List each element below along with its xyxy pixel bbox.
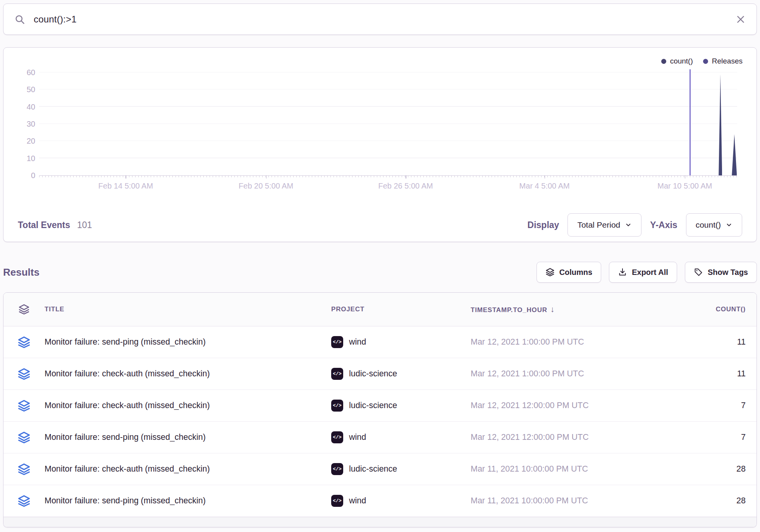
stack-icon[interactable] [17,463,31,476]
stack-icon[interactable] [17,399,31,412]
project-badge-icon: </> [331,495,343,507]
event-timestamp[interactable]: Mar 12, 2021 12:00:00 PM UTC [471,401,660,410]
table-footer [3,517,757,527]
search-bar[interactable]: count():>1 [3,3,757,35]
gridline [39,124,737,124]
event-count: 28 [660,496,757,506]
chart-y-axis: 0 10 20 30 40 50 60 [3,72,35,175]
y-tick-label: 60 [27,68,35,77]
project-name[interactable]: ludic-science [349,401,397,410]
x-tick [545,175,545,178]
event-title[interactable]: Monitor failure: check-auth (missed_chec… [45,464,331,474]
release-marker-line[interactable] [690,69,691,175]
project-badge-icon: </> [331,463,343,475]
total-events-value: 101 [77,220,92,230]
releases-series-dot-icon [703,59,708,64]
search-icon [14,14,25,25]
column-header-title[interactable]: TITLE [45,305,331,313]
show-tags-button-label: Show Tags [708,268,748,277]
table-header-row: TITLE PROJECT TIMESTAMP.TO_HOUR↓ COUNT() [3,293,757,326]
table-row[interactable]: Monitor failure: check-auth (missed_chec… [3,358,757,390]
event-count: 11 [660,369,757,379]
export-all-button[interactable]: Export All [609,262,677,283]
y-tick-label: 30 [27,120,35,129]
chart-plot-area[interactable]: Feb 14 5:00 AM Feb 20 5:00 AM Feb 26 5:0… [39,72,737,175]
x-tick-label: Mar 4 5:00 AM [519,182,570,190]
results-header: Results Columns Export All Show Tags [3,260,757,284]
count-series-dot-icon [661,59,666,64]
sort-desc-icon: ↓ [550,305,555,314]
x-tick [406,175,406,178]
legend-item-releases[interactable]: Releases [703,57,743,65]
legend-item-count[interactable]: count() [661,57,693,65]
project-name[interactable]: wind [349,337,366,347]
event-title[interactable]: Monitor failure: check-auth (missed_chec… [45,369,331,379]
project-badge-icon: </> [331,431,343,443]
clear-search-button[interactable] [736,14,746,24]
x-tick [685,175,686,178]
x-tick [126,175,126,178]
layers-icon [18,304,30,315]
yaxis-dropdown[interactable]: count() [686,213,742,237]
column-header-count[interactable]: COUNT() [660,305,757,313]
event-timestamp[interactable]: Mar 11, 2021 10:00:00 PM UTC [471,496,660,506]
legend-label: count() [670,57,693,65]
gridline [39,141,737,141]
search-input[interactable]: count():>1 [34,14,736,25]
display-dropdown-value: Total Period [577,220,620,230]
x-tick-label: Feb 14 5:00 AM [98,182,153,190]
gridline [39,72,737,73]
x-tick-label: Feb 26 5:00 AM [378,182,433,190]
table-row[interactable]: Monitor failure: send-ping (missed_check… [3,485,757,517]
columns-button[interactable]: Columns [536,262,602,283]
stack-icon[interactable] [17,494,31,508]
layers-icon [545,268,555,277]
event-timestamp[interactable]: Mar 12, 2021 1:00:00 PM UTC [471,369,660,379]
total-events-label: Total Events [18,220,70,230]
event-title[interactable]: Monitor failure: check-auth (missed_chec… [45,401,331,410]
event-timestamp[interactable]: Mar 11, 2021 10:00:00 PM UTC [471,464,660,474]
chevron-down-icon [625,221,632,228]
chart-legend: count() Releases [661,57,743,65]
table-row[interactable]: Monitor failure: check-auth (missed_chec… [3,390,757,422]
events-chart-panel: count() Releases 0 10 20 30 40 50 60 Feb… [3,47,757,242]
project-name[interactable]: ludic-science [349,464,397,474]
project-badge-icon: </> [331,368,343,380]
table-row[interactable]: Monitor failure: send-ping (missed_check… [3,422,757,453]
columns-button-label: Columns [559,268,593,277]
column-header-project[interactable]: PROJECT [331,305,471,313]
column-header-timestamp[interactable]: TIMESTAMP.TO_HOUR↓ [471,305,660,314]
stack-icon[interactable] [17,431,31,444]
x-tick-label: Mar 10 5:00 AM [657,182,712,190]
project-name[interactable]: ludic-science [349,369,397,379]
chevron-down-icon [726,221,732,228]
event-timestamp[interactable]: Mar 12, 2021 12:00:00 PM UTC [471,432,660,442]
event-count: 7 [660,401,757,410]
yaxis-dropdown-value: count() [696,220,721,230]
table-row[interactable]: Monitor failure: check-auth (missed_chec… [3,453,757,485]
event-title[interactable]: Monitor failure: send-ping (missed_check… [45,496,331,506]
y-tick-label: 10 [27,154,35,163]
event-timestamp[interactable]: Mar 12, 2021 1:00:00 PM UTC [471,337,660,347]
project-name[interactable]: wind [349,432,366,442]
display-label: Display [528,220,559,230]
project-badge-icon: </> [331,400,343,412]
stack-icon[interactable] [17,336,31,349]
y-tick-label: 20 [27,137,35,146]
event-count: 11 [660,337,757,347]
gridline [39,158,737,158]
event-title[interactable]: Monitor failure: send-ping (missed_check… [45,337,331,347]
results-table: TITLE PROJECT TIMESTAMP.TO_HOUR↓ COUNT()… [3,292,757,527]
export-all-button-label: Export All [632,268,668,277]
x-tick [266,175,267,178]
project-name[interactable]: wind [349,496,366,506]
legend-label: Releases [712,57,743,65]
event-title[interactable]: Monitor failure: send-ping (missed_check… [45,432,331,442]
table-row[interactable]: Monitor failure: send-ping (missed_check… [3,326,757,358]
y-tick-label: 50 [27,85,35,94]
gridline [39,89,737,90]
chart-footer: Total Events 101 Display Total Period Y-… [3,208,757,242]
show-tags-button[interactable]: Show Tags [685,262,757,283]
display-dropdown[interactable]: Total Period [567,213,641,237]
stack-icon[interactable] [17,367,31,381]
